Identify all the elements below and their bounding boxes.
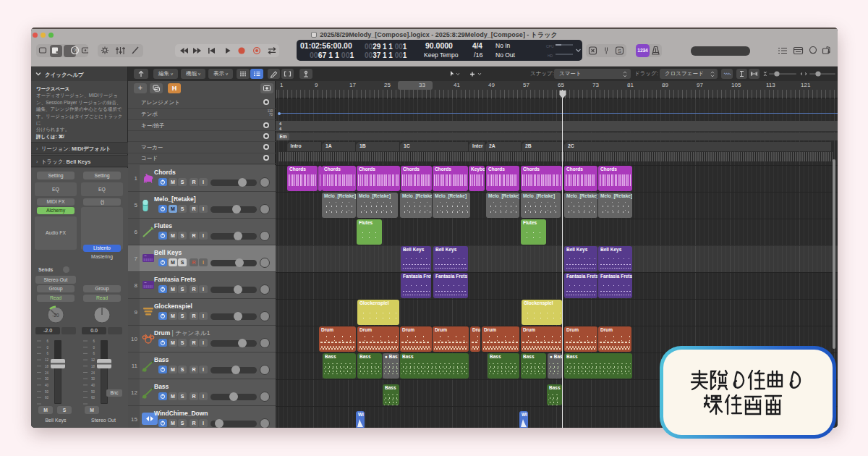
svg-text:18: 18 bbox=[45, 365, 49, 368]
svg-text:30: 30 bbox=[45, 377, 49, 381]
svg-text:18: 18 bbox=[91, 365, 95, 368]
svg-text:0: 0 bbox=[46, 346, 48, 350]
svg-text:6: 6 bbox=[46, 339, 48, 343]
svg-text:0: 0 bbox=[93, 346, 95, 350]
svg-text:40: 40 bbox=[45, 384, 49, 387]
svg-text:24: 24 bbox=[91, 371, 95, 375]
svg-text:60: 60 bbox=[45, 396, 49, 400]
svg-text:S: S bbox=[618, 48, 621, 54]
svg-text:12: 12 bbox=[91, 358, 95, 362]
svg-text:30: 30 bbox=[91, 377, 95, 381]
svg-text:6: 6 bbox=[93, 339, 95, 343]
svg-text:40: 40 bbox=[91, 384, 95, 387]
svg-text:50: 50 bbox=[91, 390, 95, 394]
svg-text:12: 12 bbox=[45, 358, 49, 362]
svg-text:?: ? bbox=[74, 48, 77, 53]
svg-text:24: 24 bbox=[45, 371, 49, 375]
svg-text:50: 50 bbox=[45, 390, 49, 394]
svg-text:60: 60 bbox=[91, 396, 95, 400]
svg-text:6: 6 bbox=[46, 352, 48, 355]
svg-text:6: 6 bbox=[93, 352, 95, 355]
svg-text:-20: -20 bbox=[52, 313, 59, 318]
